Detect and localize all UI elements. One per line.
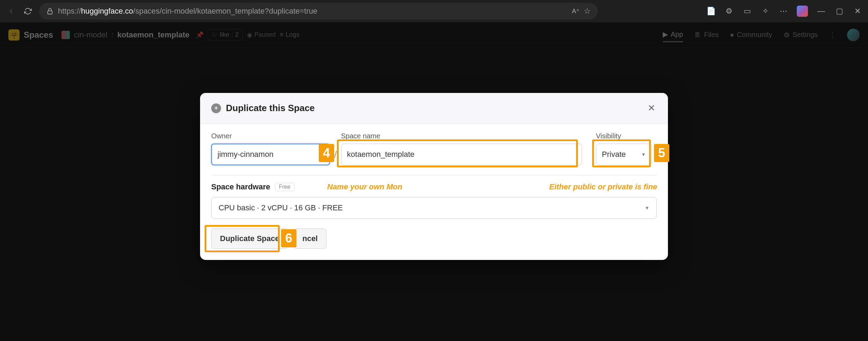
modal-header: + Duplicate this Space ✕ — [200, 93, 668, 124]
refresh-button[interactable] — [22, 6, 34, 17]
browser-actions: 📄 ⚙ ▭ ✧ ⋯ — ▢ ✕ — [706, 6, 862, 17]
svg-rect-0 — [48, 11, 52, 14]
annotation-number-4: 4 — [319, 144, 334, 162]
hardware-select[interactable]: CPU basic · 2 vCPU · 16 GB · FREE ▼ — [211, 197, 657, 219]
visibility-label: Visibility — [596, 132, 652, 140]
close-window-button[interactable]: ✕ — [853, 6, 862, 16]
back-button[interactable] — [6, 6, 17, 17]
collections-icon[interactable]: ✧ — [760, 6, 770, 16]
url-text: https://huggingface.co/spaces/cin-model/… — [58, 7, 568, 16]
space-name-input[interactable] — [341, 144, 582, 165]
browser-toolbar: https://huggingface.co/spaces/cin-model/… — [0, 0, 868, 22]
duplicate-icon: + — [211, 103, 221, 113]
duplicate-space-modal: + Duplicate this Space ✕ Owner jimmy-cin… — [200, 93, 668, 260]
modal-title: Duplicate this Space — [226, 103, 315, 114]
annotation-hint-visibility: Either public or private is fine — [549, 182, 657, 191]
hardware-value: CPU basic · 2 vCPU · 16 GB · FREE — [219, 203, 343, 212]
owner-select-value: jimmy-cinnamon — [218, 150, 273, 159]
free-badge: Free — [275, 183, 294, 191]
split-icon[interactable]: ▭ — [742, 6, 752, 16]
close-icon[interactable]: ✕ — [646, 101, 657, 115]
visibility-select[interactable]: Private ▼ — [596, 144, 652, 165]
minimize-button[interactable]: — — [816, 6, 826, 16]
annotation-number-5: 5 — [654, 144, 669, 162]
more-icon[interactable]: ⋯ — [779, 6, 788, 16]
owner-select[interactable]: jimmy-cinnamon ▼ — [211, 144, 330, 165]
lock-icon — [46, 7, 54, 15]
chevron-down-icon: ▼ — [641, 152, 646, 157]
space-name-label: Space name — [341, 132, 582, 140]
duplicate-space-button[interactable]: Duplicate Space — [211, 228, 288, 249]
owner-label: Owner — [211, 132, 330, 140]
maximize-button[interactable]: ▢ — [834, 6, 844, 16]
annotation-hint-name: Name your own Mon — [327, 182, 402, 191]
chevron-down-icon: ▼ — [645, 205, 649, 211]
cancel-button[interactable]: ncel — [294, 228, 326, 249]
extensions-icon[interactable]: ⚙ — [724, 6, 734, 16]
copilot-icon[interactable] — [797, 6, 808, 17]
visibility-value: Private — [602, 150, 626, 159]
hardware-label: Space hardware — [211, 182, 270, 191]
favorite-icon[interactable]: ☆ — [584, 7, 591, 16]
address-bar[interactable]: https://huggingface.co/spaces/cin-model/… — [39, 3, 598, 20]
text-size-icon[interactable]: A⁺ — [572, 7, 580, 15]
wallet-icon[interactable]: 📄 — [706, 6, 716, 16]
annotation-number-6: 6 — [281, 229, 296, 247]
